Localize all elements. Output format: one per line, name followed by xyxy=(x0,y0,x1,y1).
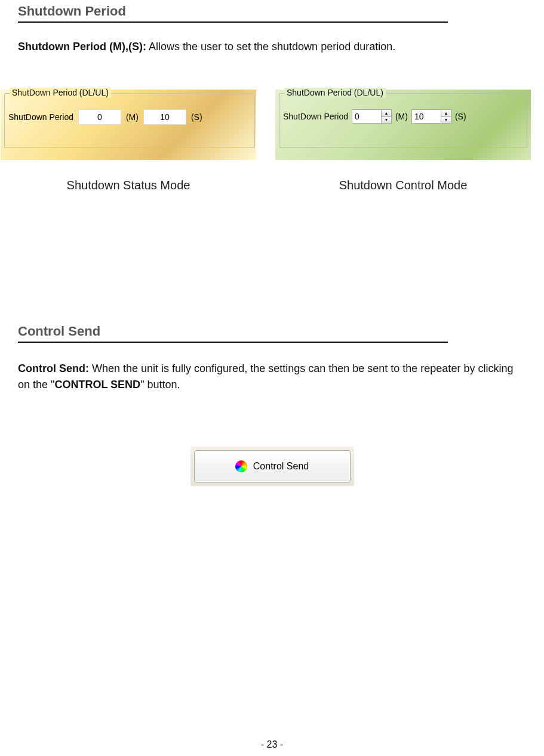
groupbox: ShutDown Period (DL/UL) ShutDown Period … xyxy=(279,93,527,148)
color-wheel-icon xyxy=(235,460,247,472)
status-row: ShutDown Period 0 (M) 10 (S) xyxy=(8,109,202,125)
status-row-label: ShutDown Period xyxy=(8,112,73,122)
seconds-up-button[interactable]: ▲ xyxy=(441,110,451,117)
section-title-control-send: Control Send xyxy=(18,324,544,339)
control-send-frame: Control Send xyxy=(190,447,354,486)
unit-s: (S) xyxy=(191,112,202,122)
control-send-button[interactable]: Control Send xyxy=(194,450,351,483)
status-caption: Shutdown Status Mode xyxy=(67,179,190,192)
desc-text: Allows the user to set the shutdown peri… xyxy=(146,41,395,53)
shutdown-status-figure: ShutDown Period (DL/UL) ShutDown Period … xyxy=(0,89,257,161)
unit-m: (M) xyxy=(126,112,139,122)
control-row: ShutDown Period ▲ ▼ (M) ▲ ▼ xyxy=(283,109,466,124)
control-send-description: Control Send: When the unit is fully con… xyxy=(18,361,526,393)
section-title-shutdown: Shutdown Period xyxy=(18,4,544,19)
control-send-button-label: Control Send xyxy=(253,461,309,472)
status-minutes-value: 0 xyxy=(78,109,121,125)
minutes-down-button[interactable]: ▼ xyxy=(382,117,391,124)
groupbox: ShutDown Period (DL/UL) ShutDown Period … xyxy=(4,93,255,148)
control-caption: Shutdown Control Mode xyxy=(339,179,468,192)
seconds-down-button[interactable]: ▼ xyxy=(441,117,451,124)
shutdown-period-description: Shutdown Period (M),(S): Allows the user… xyxy=(18,41,544,53)
divider xyxy=(18,21,448,23)
seconds-input[interactable] xyxy=(411,109,441,124)
minutes-up-button[interactable]: ▲ xyxy=(382,110,391,117)
control-row-label: ShutDown Period xyxy=(283,112,348,121)
minutes-input[interactable] xyxy=(352,109,382,124)
status-seconds-value: 10 xyxy=(143,109,186,125)
seconds-spinner[interactable]: ▲ ▼ xyxy=(411,109,451,124)
cs-desc-label: Control Send: xyxy=(18,362,89,374)
page-number: - 23 - xyxy=(0,739,544,750)
groupbox-legend: ShutDown Period (DL/UL) xyxy=(10,88,111,97)
unit-m: (M) xyxy=(395,112,408,121)
divider xyxy=(18,342,448,343)
shutdown-control-figure: ShutDown Period (DL/UL) ShutDown Period … xyxy=(275,89,531,161)
groupbox-legend: ShutDown Period (DL/UL) xyxy=(284,88,386,97)
desc-label: Shutdown Period (M),(S): xyxy=(18,41,146,53)
cs-desc-b: " button. xyxy=(140,379,180,391)
unit-s: (S) xyxy=(455,112,466,121)
minutes-spinner[interactable]: ▲ ▼ xyxy=(352,109,392,124)
cs-desc-bold: CONTROL SEND xyxy=(54,379,140,391)
